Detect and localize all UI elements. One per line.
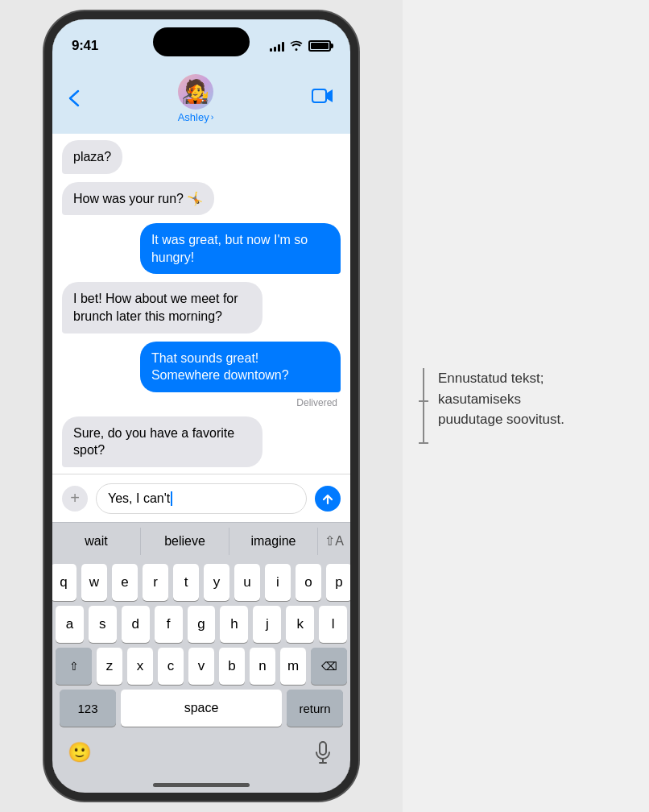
back-button[interactable] bbox=[68, 89, 80, 107]
facetime-video-button[interactable] bbox=[312, 87, 334, 110]
key-f[interactable]: f bbox=[155, 606, 183, 643]
status-bar: 9:41 bbox=[52, 19, 350, 63]
annotation-box: Ennustatud tekst; kasutamiseks puudutage… bbox=[419, 368, 564, 444]
key-y[interactable]: y bbox=[204, 564, 229, 601]
nav-header: 🧑‍🎤 Ashley › bbox=[52, 63, 350, 134]
message-bubble-sent: It was great, but now I'm so hungry! bbox=[140, 223, 341, 274]
home-bar bbox=[52, 777, 350, 793]
message-input-field[interactable]: Yes, I can't bbox=[96, 483, 307, 514]
key-t[interactable]: t bbox=[173, 564, 199, 601]
keyboard-row-4: 123 space return bbox=[56, 690, 347, 727]
key-l[interactable]: l bbox=[319, 606, 347, 643]
message-bubble-received: How was your run? 🤸 bbox=[62, 182, 214, 216]
status-time: 9:41 bbox=[72, 38, 98, 54]
return-key[interactable]: return bbox=[287, 690, 343, 727]
key-g[interactable]: g bbox=[188, 606, 216, 643]
keyboard-bottom-bar: 🙂 bbox=[56, 731, 347, 773]
key-v[interactable]: v bbox=[188, 648, 214, 685]
key-d[interactable]: d bbox=[122, 606, 150, 643]
key-a[interactable]: a bbox=[56, 606, 84, 643]
space-key[interactable]: space bbox=[121, 690, 282, 727]
avatar: 🧑‍🎤 bbox=[178, 74, 213, 110]
battery-icon bbox=[308, 40, 331, 52]
dynamic-island bbox=[153, 27, 250, 56]
annotation-line-1: Ennustatud tekst; bbox=[438, 368, 544, 389]
predictive-word-1[interactable]: wait bbox=[52, 528, 141, 555]
key-p[interactable]: p bbox=[326, 564, 352, 601]
message-bubble-received: I bet! How about we meet for brunch late… bbox=[62, 282, 262, 333]
phone-frame: 9:41 bbox=[44, 11, 358, 801]
table-row: It was great, but now I'm so hungry! bbox=[62, 223, 341, 274]
key-o[interactable]: o bbox=[296, 564, 321, 601]
key-m[interactable]: m bbox=[280, 648, 306, 685]
key-u[interactable]: u bbox=[234, 564, 260, 601]
key-i[interactable]: i bbox=[265, 564, 291, 601]
add-attachment-button[interactable]: + bbox=[62, 486, 88, 512]
message-bubble-received: Sure, do you have a favorite spot? bbox=[62, 416, 262, 467]
table-row: That sounds great! Somewhere downtown? bbox=[62, 342, 341, 392]
signal-bars-icon bbox=[270, 40, 284, 52]
input-bar: + Yes, I can't bbox=[52, 474, 350, 522]
delete-key[interactable]: ⌫ bbox=[311, 648, 347, 685]
svg-rect-1 bbox=[320, 742, 326, 755]
message-bubble-sent: That sounds great! Somewhere downtown? bbox=[140, 342, 341, 392]
annotation-text-block: Ennustatud tekst; kasutamiseks puudutage… bbox=[438, 368, 564, 430]
table-row: How was your run? 🤸 bbox=[62, 182, 341, 216]
contact-name: Ashley › bbox=[178, 111, 214, 123]
key-r[interactable]: r bbox=[143, 564, 168, 601]
key-b[interactable]: b bbox=[219, 648, 245, 685]
table-row: plaza? bbox=[62, 140, 341, 174]
annotation-bracket-bottom bbox=[419, 442, 428, 444]
delivered-label: Delivered bbox=[62, 397, 341, 408]
table-row: I bet! How about we meet for brunch late… bbox=[62, 282, 341, 333]
home-indicator bbox=[153, 783, 250, 787]
key-h[interactable]: h bbox=[220, 606, 248, 643]
keyboard-row-1: q w e r t y u i o p bbox=[56, 564, 347, 601]
key-q[interactable]: q bbox=[51, 564, 76, 601]
key-s[interactable]: s bbox=[89, 606, 117, 643]
key-n[interactable]: n bbox=[250, 648, 275, 685]
annotation-line-2: kasutamiseks bbox=[438, 389, 521, 410]
predictive-word-2[interactable]: believe bbox=[141, 528, 229, 555]
keyboard-row-2: a s d f g h j k l bbox=[56, 606, 347, 643]
keyboard: q w e r t y u i o p a s d f g h j k l bbox=[52, 559, 350, 777]
messages-area: plaza? How was your run? 🤸 It was great,… bbox=[52, 134, 350, 474]
annotation-panel: Ennustatud tekst; kasutamiseks puudutage… bbox=[403, 0, 649, 812]
annotation-line-top bbox=[423, 368, 424, 400]
keyboard-row-3: ⇧ z x c v b n m ⌫ bbox=[56, 648, 347, 685]
predictive-text-bar: wait believe imagine ⇧A bbox=[52, 522, 350, 559]
key-j[interactable]: j bbox=[253, 606, 281, 643]
key-z[interactable]: z bbox=[97, 648, 122, 685]
key-x[interactable]: x bbox=[127, 648, 153, 685]
annotation-line-3: puudutage soovitust. bbox=[438, 409, 564, 430]
wifi-icon bbox=[289, 39, 304, 53]
svg-rect-0 bbox=[312, 89, 326, 102]
key-c[interactable]: c bbox=[158, 648, 184, 685]
predictive-word-3[interactable]: imagine bbox=[229, 528, 318, 555]
text-cursor bbox=[171, 491, 172, 506]
predictive-settings-icon[interactable]: ⇧A bbox=[318, 533, 350, 549]
annotation-line-bottom bbox=[423, 402, 424, 442]
microphone-key[interactable] bbox=[305, 735, 341, 770]
key-e[interactable]: e bbox=[112, 564, 138, 601]
send-button[interactable] bbox=[315, 486, 341, 512]
message-bubble-received: plaza? bbox=[62, 140, 122, 174]
numbers-key[interactable]: 123 bbox=[60, 690, 116, 727]
key-k[interactable]: k bbox=[286, 606, 314, 643]
table-row: Sure, do you have a favorite spot? bbox=[62, 416, 341, 467]
contact-info[interactable]: 🧑‍🎤 Ashley › bbox=[178, 74, 214, 123]
shift-key[interactable]: ⇧ bbox=[56, 648, 92, 685]
key-w[interactable]: w bbox=[81, 564, 107, 601]
status-icons bbox=[270, 39, 331, 53]
emoji-key[interactable]: 🙂 bbox=[62, 735, 97, 770]
